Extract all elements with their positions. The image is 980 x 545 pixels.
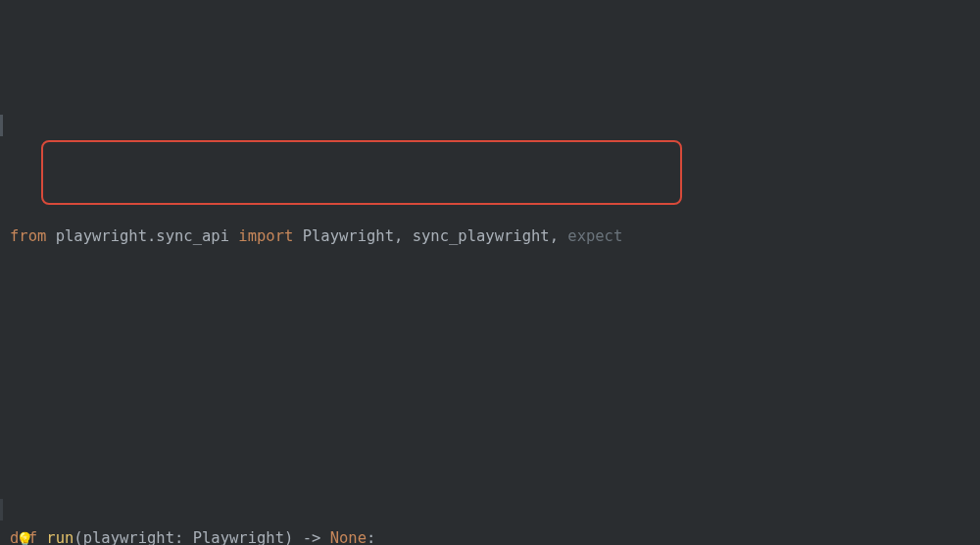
import-names: Playwright, sync_playwright, xyxy=(303,227,568,245)
code-editor[interactable]: from playwright.sync_api import Playwrig… xyxy=(0,0,980,545)
module-path: playwright.sync_api xyxy=(56,227,229,245)
code-line-4: def run(playwright: Playwright) -> None: xyxy=(0,524,980,545)
colon: : xyxy=(367,529,375,545)
intention-bulb-icon[interactable]: 💡 xyxy=(16,526,34,545)
return-type-none: None xyxy=(330,529,367,545)
code-line-3 xyxy=(0,387,980,415)
param-playwright: playwright: Playwright xyxy=(83,529,284,545)
arrow: ) -> xyxy=(284,529,330,545)
code-line-1: from playwright.sync_api import Playwrig… xyxy=(0,223,980,250)
fold-marker-def xyxy=(0,115,3,136)
annotation-rectangle xyxy=(41,140,682,205)
keyword-import: import xyxy=(238,227,293,245)
fold-marker-with xyxy=(0,499,3,520)
gutter xyxy=(0,0,3,545)
keyword-from: from xyxy=(10,227,46,245)
func-name-run: run xyxy=(46,529,74,545)
unused-import-expect: expect xyxy=(567,227,622,245)
lparen: ( xyxy=(74,529,82,545)
code-line-2 xyxy=(0,305,980,332)
